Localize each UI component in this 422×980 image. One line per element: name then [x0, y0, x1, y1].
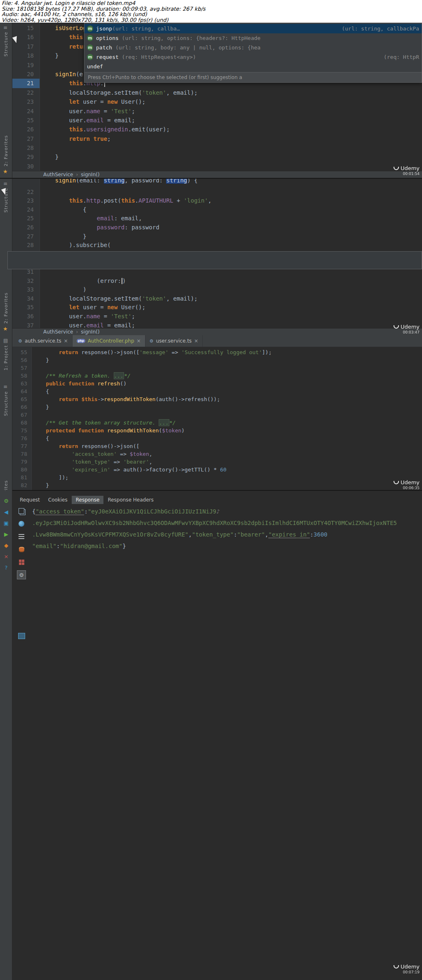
code-line[interactable]: 22 localStorage.setItem('token', email);: [12, 88, 422, 97]
breadcrumb-class[interactable]: AuthService: [43, 329, 73, 335]
line-number[interactable]: 36: [12, 312, 40, 321]
code-line[interactable]: 67: [12, 411, 422, 419]
line-number[interactable]: 28: [12, 241, 40, 250]
toolwindow-button-structure[interactable]: Structure: [3, 391, 9, 416]
code-line[interactable]: 63 public function refresh(): [12, 380, 422, 387]
line-number[interactable]: 58: [12, 372, 31, 380]
line-number[interactable]: 27: [12, 232, 40, 241]
code-line[interactable]: 80 'expires_in' => auth()->factory()->ge…: [12, 466, 422, 474]
code-line[interactable]: 23 let user = new User();: [12, 97, 422, 106]
code-line[interactable]: 26 password: password: [12, 223, 422, 232]
line-number[interactable]: 25: [12, 214, 40, 223]
panel-toggle-icon[interactable]: [18, 633, 25, 639]
breadcrumb-method[interactable]: signIn(): [81, 171, 99, 178]
grid-icon[interactable]: [17, 558, 26, 567]
database-icon[interactable]: [17, 545, 26, 554]
code-line[interactable]: 26 this.usersignedin.emit(user);: [12, 125, 422, 134]
line-number[interactable]: 22: [12, 188, 40, 197]
code-line[interactable]: 64 {: [12, 387, 422, 395]
code-line[interactable]: 24 {: [12, 205, 422, 215]
code-line[interactable]: 33 ): [12, 285, 422, 294]
project-icon[interactable]: ▤: [3, 338, 8, 343]
line-number[interactable]: 66: [12, 403, 31, 411]
line-number[interactable]: 80: [12, 466, 31, 474]
completion-item[interactable]: undef: [84, 62, 422, 71]
completion-item[interactable]: mrequest (req: HttpRequest<any>)(req: Ht…: [84, 52, 422, 62]
line-number[interactable]: 23: [12, 196, 40, 205]
line-number[interactable]: 65: [12, 395, 31, 403]
run-config-icon[interactable]: ⚙: [2, 497, 10, 505]
toolwindow-button-favorites[interactable]: 2: Favorites: [3, 135, 9, 166]
code-line[interactable]: .Lvw8BWm8mwCnYyOsKsVCPFM7XQSve1Or8vZv8cy…: [30, 529, 422, 540]
line-number[interactable]: 17: [12, 42, 40, 51]
response-tab-request[interactable]: Request: [16, 496, 44, 504]
copy-icon[interactable]: [17, 506, 26, 516]
favorites-star-icon[interactable]: ★: [3, 326, 8, 332]
code-line[interactable]: 81 ]);: [12, 474, 422, 481]
code-line[interactable]: 65 return $this->respondWithToken(auth()…: [12, 395, 422, 403]
line-number[interactable]: 55: [12, 348, 31, 356]
code-line[interactable]: 82 }: [12, 481, 422, 489]
code-line[interactable]: 75 protected function respondWithToken($…: [12, 427, 422, 434]
line-number[interactable]: 77: [12, 442, 31, 450]
line-number[interactable]: 82: [12, 481, 31, 489]
close-tab-icon[interactable]: ×: [137, 338, 141, 344]
close-icon[interactable]: ×: [2, 553, 10, 560]
code-line[interactable]: 25 email: email,: [12, 214, 422, 223]
line-number[interactable]: 26: [12, 125, 40, 134]
code-line[interactable]: 36 user.name = 'Test';: [12, 312, 422, 321]
line-number[interactable]: 24: [12, 107, 40, 116]
soft-wrap-icon[interactable]: [17, 532, 26, 541]
code-line[interactable]: 68 /** Get the token array structure. ..…: [12, 419, 422, 427]
line-number[interactable]: 56: [12, 356, 31, 364]
line-number[interactable]: 32: [12, 277, 40, 286]
line-number[interactable]: 75: [12, 427, 31, 434]
code-line[interactable]: 23 this.http.post(this.APIAUTHURL + 'log…: [12, 196, 422, 205]
code-line[interactable]: 55 return response()->json(['message' =>…: [12, 348, 422, 356]
line-number[interactable]: 57: [12, 364, 31, 372]
completion-item[interactable]: mjsonp(url: string, callba…(url: string,…: [84, 24, 422, 33]
editor-tab[interactable]: ⚙auth.service.ts×: [14, 335, 73, 347]
settings-icon[interactable]: ⚙: [17, 570, 26, 579]
editor-code-area[interactable]: 55 return response()->json(['message' =>…: [12, 348, 422, 489]
line-number[interactable]: 79: [12, 458, 31, 466]
code-line[interactable]: 27 return true;: [12, 134, 422, 143]
code-line[interactable]: 28 ).subscribe(: [12, 241, 422, 250]
line-number[interactable]: 30: [12, 162, 40, 171]
code-line[interactable]: 77 return response()->json([: [12, 442, 422, 450]
line-number[interactable]: 26: [12, 223, 40, 232]
code-line[interactable]: 25 user.email = email;: [12, 116, 422, 125]
close-tab-icon[interactable]: ×: [64, 338, 68, 344]
breadcrumb-class[interactable]: AuthService: [43, 171, 73, 178]
toolwindow-button-structure[interactable]: Structure: [3, 32, 9, 56]
code-line[interactable]: 32 (error:): [12, 277, 422, 286]
line-number[interactable]: 25: [12, 116, 40, 125]
code-line[interactable]: 79 'token_type' => 'bearer',: [12, 458, 422, 466]
editor-tab[interactable]: ⚙user.service.ts×: [145, 335, 203, 347]
line-number[interactable]: 68: [12, 419, 31, 427]
line-number[interactable]: 63: [12, 380, 31, 387]
line-number[interactable]: 29: [12, 152, 40, 161]
editor-tab[interactable]: phpAuthController.php×: [73, 335, 145, 347]
help-icon[interactable]: ?: [2, 564, 10, 572]
line-number[interactable]: 81: [12, 474, 31, 481]
structure-icon[interactable]: ≡: [3, 181, 7, 187]
line-number[interactable]: 24: [12, 205, 40, 215]
code-line[interactable]: 76 {: [12, 434, 422, 442]
code-line[interactable]: signIn(email: string, password: string) …: [12, 179, 422, 188]
panel-icon[interactable]: ▣: [2, 520, 10, 527]
toolwindow-button-project[interactable]: 1: Project: [3, 345, 9, 371]
line-number[interactable]: 35: [12, 303, 40, 312]
code-line[interactable]: 66 }: [12, 403, 422, 411]
line-number[interactable]: 19: [12, 61, 40, 70]
code-line[interactable]: 34 localStorage.setItem('token', email);: [12, 294, 422, 303]
response-tab-cookies[interactable]: Cookies: [44, 496, 72, 504]
code-line[interactable]: .eyJpc3MiOiJodHRwOlwvXC9sb2NhbGhvc3Q6ODA…: [30, 517, 422, 529]
code-line[interactable]: {"access_token":"eyJ0eXAiOiJKV1QiLCJhbGc…: [30, 506, 422, 517]
globe-icon[interactable]: [17, 519, 26, 528]
line-number[interactable]: 21: [12, 79, 40, 88]
code-line[interactable]: 78 'access_token' => $token,: [12, 450, 422, 458]
code-line[interactable]: 57: [12, 364, 422, 372]
line-number[interactable]: 27: [12, 134, 40, 143]
structure-icon[interactable]: ≡: [3, 384, 7, 390]
